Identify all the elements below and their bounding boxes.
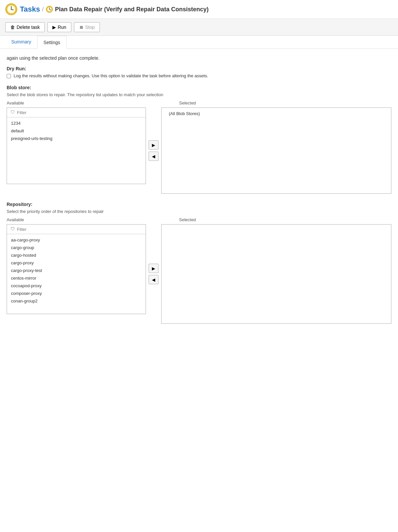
list-item[interactable]: presigned-urls-testing xyxy=(7,135,146,142)
blob-available-box: ⛉ 1234 default presigned-urls-testing xyxy=(7,107,146,184)
blob-transfer-controls: ▶ ◀ xyxy=(149,140,159,161)
stop-label: Stop xyxy=(85,25,95,30)
repo-move-right-button[interactable]: ▶ xyxy=(149,264,159,273)
list-item[interactable]: conan-group2 xyxy=(7,297,146,305)
list-item[interactable]: cargo-proxy xyxy=(7,259,146,267)
page-icon xyxy=(46,6,53,13)
repository-transfer-row: ⛉ aa-cargo-proxy cargo-group cargo-hoste… xyxy=(7,224,391,324)
list-item[interactable]: default xyxy=(7,127,146,135)
intro-text: again using the selected plan once compl… xyxy=(7,55,391,61)
blob-move-left-button[interactable]: ◀ xyxy=(149,152,159,161)
repo-available-label: Available xyxy=(7,217,146,222)
blob-store-description: Select the blob stores to repair. The re… xyxy=(7,92,391,97)
blob-available-list: 1234 default presigned-urls-testing xyxy=(7,117,146,184)
tab-settings[interactable]: Settings xyxy=(37,36,67,49)
delete-task-label: Delete task xyxy=(17,25,40,30)
page-title: Plan Data Repair (Verify and Repair Data… xyxy=(55,6,209,13)
svg-point-4 xyxy=(11,9,12,10)
dry-run-checkbox[interactable] xyxy=(7,74,11,78)
repo-filter-input[interactable] xyxy=(17,227,142,232)
list-item[interactable]: centos-mirror xyxy=(7,274,146,282)
repo-filter-row: ⛉ xyxy=(7,225,146,234)
list-item[interactable]: cocoapod-proxy xyxy=(7,282,146,290)
blob-available-label: Available xyxy=(7,100,146,105)
blob-store-label: Blob store: xyxy=(7,85,391,90)
repo-transfer-controls: ▶ ◀ xyxy=(149,264,159,284)
repo-available-list: aa-cargo-proxy cargo-group cargo-hosted … xyxy=(7,234,146,314)
list-item[interactable]: aa-cargo-proxy xyxy=(7,236,146,244)
list-item[interactable]: (All Blob Stores) xyxy=(165,110,388,117)
repo-available-box: ⛉ aa-cargo-proxy cargo-group cargo-hoste… xyxy=(7,224,146,314)
stop-icon: ⏹ xyxy=(79,25,84,30)
blob-store-transfer-row: ⛉ 1234 default presigned-urls-testing ▶ … xyxy=(7,107,391,194)
blob-selected-box: (All Blob Stores) xyxy=(161,107,391,194)
blob-filter-input[interactable] xyxy=(17,110,142,115)
blob-filter-row: ⛉ xyxy=(7,108,146,117)
toolbar: 🗑 Delete task ▶ Run ⏹ Stop xyxy=(0,19,398,36)
blob-store-column-labels: Available Selected xyxy=(7,100,391,105)
list-item[interactable]: cargo-proxy-test xyxy=(7,267,146,274)
repository-label: Repository: xyxy=(7,202,391,207)
list-item[interactable]: composer-proxy xyxy=(7,290,146,297)
settings-content: again using the selected plan once compl… xyxy=(0,49,398,338)
blob-store-section: Blob store: Select the blob stores to re… xyxy=(7,85,391,194)
repo-selected-box xyxy=(161,224,391,324)
repo-filter-icon: ⛉ xyxy=(10,227,15,232)
tasks-icon xyxy=(5,3,17,15)
delete-task-button[interactable]: 🗑 Delete task xyxy=(5,22,45,32)
repository-description: Select the priority order of the reposit… xyxy=(7,209,391,214)
tab-summary[interactable]: Summary xyxy=(5,36,37,48)
repository-column-labels: Available Selected xyxy=(7,217,391,222)
tasks-label[interactable]: Tasks xyxy=(20,5,40,14)
stop-button[interactable]: ⏹ Stop xyxy=(74,22,100,32)
list-item[interactable]: cargo-hosted xyxy=(7,251,146,259)
run-button[interactable]: ▶ Run xyxy=(47,22,71,32)
repo-selected-label: Selected xyxy=(179,217,391,222)
dry-run-row: Log the results without making changes. … xyxy=(7,73,391,78)
dry-run-label: Dry Run: xyxy=(7,66,391,71)
list-item[interactable]: 1234 xyxy=(7,119,146,127)
tab-bar: Summary Settings xyxy=(0,36,398,49)
blob-move-right-button[interactable]: ▶ xyxy=(149,140,159,150)
trash-icon: 🗑 xyxy=(10,25,15,30)
header: Tasks / Plan Data Repair (Verify and Rep… xyxy=(0,0,398,19)
run-icon: ▶ xyxy=(52,25,56,30)
dry-run-description: Log the results without making changes. … xyxy=(14,73,208,78)
blob-filter-icon: ⛉ xyxy=(10,110,15,115)
breadcrumb-separator: / xyxy=(42,6,44,13)
run-label: Run xyxy=(58,25,66,30)
list-item[interactable]: cargo-group xyxy=(7,244,146,251)
blob-selected-label: Selected xyxy=(179,100,391,105)
repository-section: Repository: Select the priority order of… xyxy=(7,202,391,324)
repo-move-left-button[interactable]: ◀ xyxy=(149,275,159,284)
